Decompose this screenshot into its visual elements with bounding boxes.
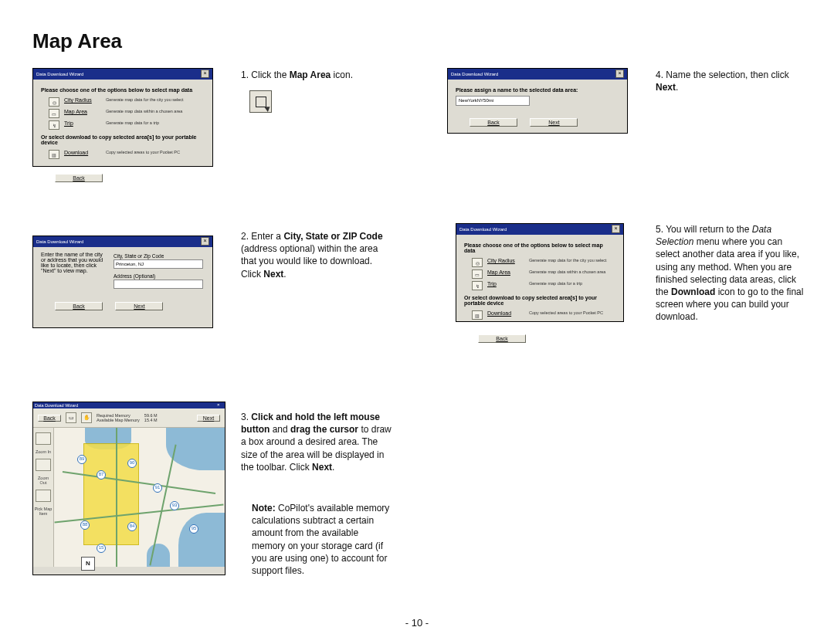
download-icon: ▥ [472, 310, 483, 320]
next-button[interactable]: Next [197, 415, 220, 422]
wizard-titlebar: Data Download Wizard × [448, 69, 627, 80]
address-instruction: Enter the name of the city or address th… [41, 252, 107, 290]
wizard-name-header: Please assign a name to the selected dat… [456, 87, 619, 93]
wizard-select-header: Please choose one of the options below t… [41, 87, 205, 93]
back-button[interactable]: Back [55, 302, 103, 310]
zoom-out-label: Zoom Out [34, 476, 53, 485]
wizard-title-text: Data Download Wizard [451, 72, 498, 76]
map-canvas[interactable]: 89 87 90 91 88 84 93 95 15 [54, 428, 225, 567]
zoom-out-button[interactable] [36, 459, 51, 471]
close-icon[interactable]: × [615, 69, 624, 78]
city-radius-icon: ◎ [472, 258, 483, 267]
zoom-in-button[interactable] [36, 432, 51, 445]
route-badge: 84 [127, 522, 137, 531]
map-area-tool-icon[interactable]: ▭ [66, 412, 76, 423]
step5-text: 5. You will return to the Data Selection… [656, 223, 806, 324]
page: Map Area Data Download Wizard × Please c… [0, 0, 834, 644]
pick-item-button[interactable] [36, 490, 51, 502]
route-badge: 89 [77, 455, 86, 464]
mem2-value: 15.4 M [144, 418, 158, 422]
city-radius-icon: ◎ [49, 97, 59, 107]
wizard-titlebar: Data Download Wizard × [33, 236, 212, 247]
route-badge: 91 [153, 483, 162, 493]
name-input[interactable]: NewYorkNY50mi [456, 96, 530, 106]
step3-text: 3. Click and hold the left mouse button … [241, 411, 392, 473]
option-city-radius[interactable]: ◎ City Radius Generate map data for the … [472, 258, 615, 267]
wizard-select-header: Please choose one of the options below t… [464, 242, 615, 253]
hand-tool-icon[interactable]: ✋ [81, 412, 92, 423]
city-label: City, State or Zip Code [114, 253, 203, 259]
address-input[interactable] [114, 280, 203, 289]
wizard-step5: Data Download Wizard × Please choose one… [456, 223, 624, 322]
close-icon[interactable]: × [201, 237, 209, 246]
trip-icon: ↯ [49, 120, 59, 130]
option-download[interactable]: ▥ Download Copy selected areas to your P… [49, 150, 205, 159]
mem2-label: Available Map Memory [97, 418, 140, 422]
route-badge: 90 [127, 459, 137, 468]
trip-icon: ↯ [472, 281, 483, 290]
wizard-title-text: Data Download Wizard [36, 239, 83, 244]
wizard-step4: Data Download Wizard × Please assign a n… [447, 68, 628, 134]
wizard-titlebar: Data Download Wizard × [456, 224, 623, 235]
download-icon: ▥ [49, 150, 59, 159]
back-button[interactable]: Back [55, 174, 103, 182]
step1-text: 1. Click the Map Area icon. [241, 69, 380, 81]
option-download[interactable]: ▥ Download Copy selected areas to your P… [472, 310, 615, 320]
close-icon[interactable]: × [217, 402, 223, 408]
route-badge: 87 [97, 470, 106, 480]
page-number: - 10 - [0, 617, 834, 629]
wizard-titlebar: Data Download Wizard × [33, 69, 212, 80]
wizard-titlebar: Data Download Wizard × [33, 402, 225, 408]
wizard-title-text: Data Download Wizard [36, 72, 83, 76]
step4-text: 4. Name the selection, then click Next. [656, 69, 802, 93]
close-icon[interactable]: × [201, 69, 209, 78]
wizard-step1: Data Download Wizard × Please choose one… [32, 68, 213, 167]
option-trip[interactable]: ↯ Trip Generate map data for a trip [49, 120, 205, 130]
route-badge: 15 [97, 544, 106, 553]
wizard-title-text: Data Download Wizard [459, 227, 507, 232]
map-sidebar: Zoom In Zoom Out Pick Map Item [33, 428, 54, 567]
back-button[interactable]: Back [478, 334, 526, 343]
step2-text: 2. Enter a City, State or ZIP Code (addr… [241, 230, 392, 280]
next-button[interactable]: Next [530, 118, 578, 127]
city-input[interactable]: Princeton, NJ [114, 259, 203, 269]
route-badge: 95 [189, 524, 198, 534]
back-button[interactable]: Back [470, 118, 517, 127]
map-area-icon: ▭ [472, 269, 483, 279]
route-badge: 93 [170, 501, 179, 510]
zoom-in-label: Zoom In [34, 449, 53, 454]
map-area-button-icon [249, 90, 272, 113]
wizard-step2: Data Download Wizard × Enter the name of… [32, 236, 213, 328]
next-button[interactable]: Next [115, 302, 163, 310]
option-map-area[interactable]: ▭ Map Area Generate map data within a ch… [472, 269, 615, 279]
wizard-copy-header: Or select download to copy selected area… [464, 295, 615, 306]
wizard-title-text: Data Download Wizard [35, 403, 78, 408]
wizard-copy-header: Or select download to copy selected area… [41, 134, 205, 145]
option-city-radius[interactable]: ◎ City Radius Generate map data for the … [49, 97, 205, 107]
route-badge: 88 [80, 520, 90, 530]
back-button[interactable]: Back [38, 415, 61, 422]
close-icon[interactable]: × [612, 225, 620, 233]
map-area-icon: ▭ [49, 109, 59, 118]
address-label: Address (Optional) [114, 273, 203, 279]
wizard-step3-map: Data Download Wizard × Back ▭ ✋ Required… [32, 402, 225, 575]
step3-note: Note: CoPilot's available memory calcula… [252, 502, 391, 577]
option-trip[interactable]: ↯ Trip Generate map data for a trip [472, 281, 615, 290]
pick-item-label: Pick Map Item [34, 507, 53, 516]
compass-icon: N [81, 557, 95, 571]
page-title: Map Area [32, 29, 122, 53]
option-map-area[interactable]: ▭ Map Area Generate map data within a ch… [49, 109, 205, 118]
map-toolbar: Back ▭ ✋ Required Memory Available Map M… [33, 408, 225, 428]
